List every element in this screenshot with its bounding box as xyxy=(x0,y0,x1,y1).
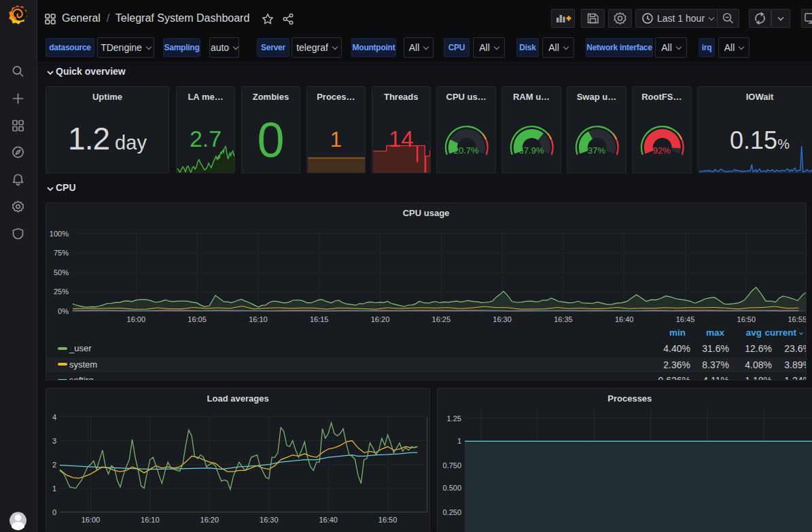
svg-text:16:40: 16:40 xyxy=(615,315,634,323)
svg-text:16:20: 16:20 xyxy=(371,315,390,323)
svg-text:16:50: 16:50 xyxy=(378,515,398,523)
svg-text:16:20: 16:20 xyxy=(200,515,219,523)
svg-text:16:05: 16:05 xyxy=(188,315,207,323)
svg-text:16:10: 16:10 xyxy=(249,315,268,323)
svg-text:16:40: 16:40 xyxy=(319,515,338,523)
svg-text:0.500: 0.500 xyxy=(442,484,461,492)
svg-text:16:10: 16:10 xyxy=(141,515,160,523)
svg-text:50%: 50% xyxy=(54,268,69,277)
svg-text:16:50: 16:50 xyxy=(737,315,756,323)
svg-text:16:55: 16:55 xyxy=(788,315,807,323)
svg-text:100%: 100% xyxy=(50,230,69,238)
svg-text:0.750: 0.750 xyxy=(442,461,461,469)
svg-text:1: 1 xyxy=(457,437,461,445)
svg-text:16:45: 16:45 xyxy=(676,315,695,323)
svg-text:0: 0 xyxy=(52,508,56,516)
svg-text:75%: 75% xyxy=(54,249,69,257)
svg-text:4: 4 xyxy=(52,412,56,421)
svg-text:25%: 25% xyxy=(54,287,69,296)
svg-text:16:35: 16:35 xyxy=(554,315,573,323)
svg-text:2: 2 xyxy=(52,460,56,468)
svg-text:16:25: 16:25 xyxy=(432,315,451,323)
svg-text:16:30: 16:30 xyxy=(260,515,279,523)
svg-text:1: 1 xyxy=(52,484,56,492)
svg-text:1.25: 1.25 xyxy=(446,414,461,422)
svg-text:16:00: 16:00 xyxy=(82,515,101,523)
svg-text:16:30: 16:30 xyxy=(493,315,512,323)
svg-text:16:00: 16:00 xyxy=(127,315,146,323)
svg-text:16:15: 16:15 xyxy=(310,315,329,323)
svg-text:0.250: 0.250 xyxy=(442,508,461,516)
svg-text:3: 3 xyxy=(52,436,56,444)
svg-text:0%: 0% xyxy=(58,307,69,315)
